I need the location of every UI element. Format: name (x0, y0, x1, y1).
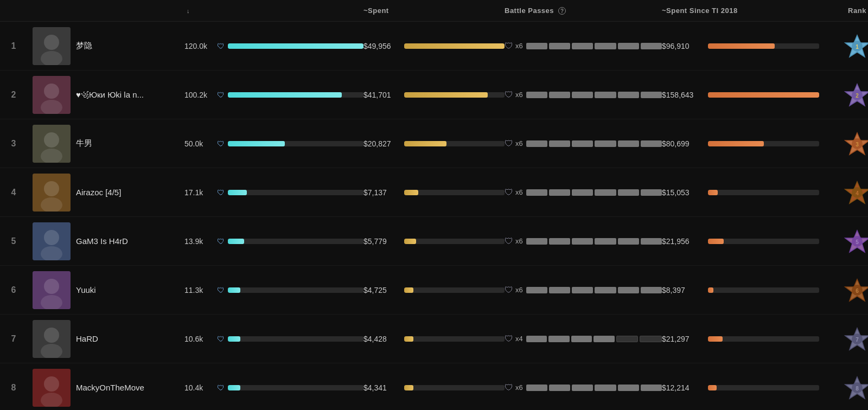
table-row[interactable]: 3 牛男 50.0k 🛡 $20,827 🛡 x6 (0, 119, 868, 168)
spent-bar (404, 190, 505, 195)
table-row[interactable]: 5 GaM3 Is H4rD 13.9k 🛡 $5,779 🛡 x6 (0, 217, 868, 266)
rank-badge: 5 (844, 228, 868, 255)
svg-text:1: 1 (856, 44, 859, 50)
bp-shield-icon: 🛡 (505, 383, 513, 393)
bp-count: x6 (515, 286, 523, 294)
spent-bar (404, 336, 505, 342)
spent-since-bar (708, 141, 819, 146)
rank-badge: 8 (844, 374, 868, 401)
spent-since-cell: $80,699 (662, 139, 819, 148)
spent-since-value: $158,643 (662, 91, 708, 99)
bp-level-bar (228, 141, 363, 146)
table-row[interactable]: 6 Yuuki 11.3k 🛡 $4,725 🛡 x6 (0, 266, 868, 315)
header-spent-ti: ~Spent Since TI 2018 (662, 7, 819, 15)
avatar (27, 320, 76, 358)
avatar (27, 174, 76, 212)
battle-passes-cell: 🛡 x6 (505, 188, 662, 197)
rank-number: 1 (0, 41, 27, 51)
rank-number: 6 (0, 285, 27, 295)
player-name[interactable]: GaM3 Is H4rD (76, 236, 184, 246)
spent-bar (404, 141, 505, 146)
bp-level-cell: 10.4k 🛡 (184, 383, 363, 392)
svg-text:7: 7 (856, 337, 859, 343)
battle-passes-cell: 🛡 x6 (505, 285, 662, 295)
player-name[interactable]: 梦隐 (76, 41, 184, 51)
spent-since-cell: $96,910 (662, 42, 819, 50)
spent-since-value: $15,053 (662, 188, 708, 197)
rank-number: 8 (0, 383, 27, 393)
battle-passes-cell: 🛡 x6 (505, 90, 662, 100)
svg-point-19 (44, 181, 59, 196)
bp-level-bar (228, 287, 363, 293)
bp-count: x6 (515, 91, 523, 99)
spent-since-cell: $15,053 (662, 188, 819, 197)
shield-icon: 🛡 (217, 139, 225, 148)
shield-icon: 🛡 (217, 383, 225, 392)
spent-since-value: $21,297 (662, 335, 708, 343)
spent-since-bar (708, 385, 819, 390)
spent-value: $5,779 (363, 237, 404, 246)
svg-point-43 (44, 376, 59, 392)
rank-badge-cell: 2 (819, 81, 868, 108)
player-name[interactable]: MackyOnTheMove (76, 383, 184, 392)
header-battle-passes: Battle Passes ? (505, 7, 662, 15)
spent-value: $49,956 (363, 42, 404, 50)
player-name[interactable]: ♥꧁Юки Юki la n... (76, 90, 184, 99)
bp-pips (526, 43, 662, 49)
svg-text:8: 8 (856, 386, 859, 392)
svg-point-31 (44, 279, 59, 294)
bp-shield-icon: 🛡 (505, 334, 513, 344)
bp-count: x4 (515, 335, 523, 343)
spent-bar (404, 239, 505, 244)
player-name[interactable]: 牛男 (76, 138, 184, 149)
spent-since-bar (708, 239, 819, 244)
avatar (27, 369, 76, 407)
bp-level-bar (228, 385, 363, 390)
table-row[interactable]: 2 ♥꧁Юки Юki la n... 100.2k 🛡 $41,701 🛡 x… (0, 71, 868, 119)
spent-since-bar (708, 43, 819, 49)
spent-since-value: $96,910 (662, 42, 708, 50)
rank-badge-cell: 7 (819, 325, 868, 353)
svg-text:5: 5 (856, 239, 859, 245)
rank-badge-cell: 4 (819, 179, 868, 206)
bp-count: x6 (515, 237, 523, 245)
bp-level-value: 50.0k (184, 139, 217, 148)
player-name[interactable]: Yuuki (76, 285, 184, 294)
svg-point-7 (44, 84, 59, 99)
bp-shield-icon: 🛡 (505, 285, 513, 295)
bp-level-value: 11.3k (184, 286, 217, 294)
rank-number: 5 (0, 236, 27, 246)
avatar (27, 222, 76, 260)
rank-number: 4 (0, 188, 27, 197)
spent-cell: $4,428 (363, 335, 505, 343)
bp-shield-icon: 🛡 (505, 41, 513, 51)
spent-cell: $49,956 (363, 42, 505, 50)
spent-since-value: $12,214 (662, 383, 708, 392)
bp-level-value: 120.0k (184, 42, 217, 50)
battle-passes-help-icon[interactable]: ? (558, 7, 566, 15)
rank-badge: 2 (844, 81, 868, 108)
header-bp-level[interactable]: ↓ (184, 7, 363, 15)
avatar (27, 271, 76, 309)
spent-since-bar (708, 336, 819, 342)
player-name[interactable]: Airazoc [4/5] (76, 188, 184, 197)
table-row[interactable]: 7 HaRD 10.6k 🛡 $4,428 🛡 x4 (0, 315, 868, 363)
bp-pips (526, 385, 662, 391)
bp-pips (526, 336, 662, 342)
svg-point-37 (44, 328, 59, 343)
spent-value: $41,701 (363, 91, 404, 99)
spent-cell: $4,341 (363, 383, 505, 392)
table-row[interactable]: 8 MackyOnTheMove 10.4k 🛡 $4,341 🛡 x6 (0, 363, 868, 410)
table-row[interactable]: 1 梦隐 120.0k 🛡 $49,956 🛡 x6 (0, 22, 868, 71)
player-name[interactable]: HaRD (76, 334, 184, 343)
table-body: 1 梦隐 120.0k 🛡 $49,956 🛡 x6 (0, 22, 868, 410)
bp-level-cell: 10.6k 🛡 (184, 335, 363, 343)
spent-value: $7,137 (363, 188, 404, 197)
spent-cell: $5,779 (363, 237, 505, 246)
spent-since-cell: $8,397 (662, 286, 819, 294)
table-row[interactable]: 4 Airazoc [4/5] 17.1k 🛡 $7,137 🛡 x6 (0, 168, 868, 217)
bp-pips (526, 92, 662, 98)
spent-since-bar (708, 287, 819, 293)
spent-since-value: $80,699 (662, 139, 708, 148)
battle-passes-cell: 🛡 x6 (505, 139, 662, 149)
